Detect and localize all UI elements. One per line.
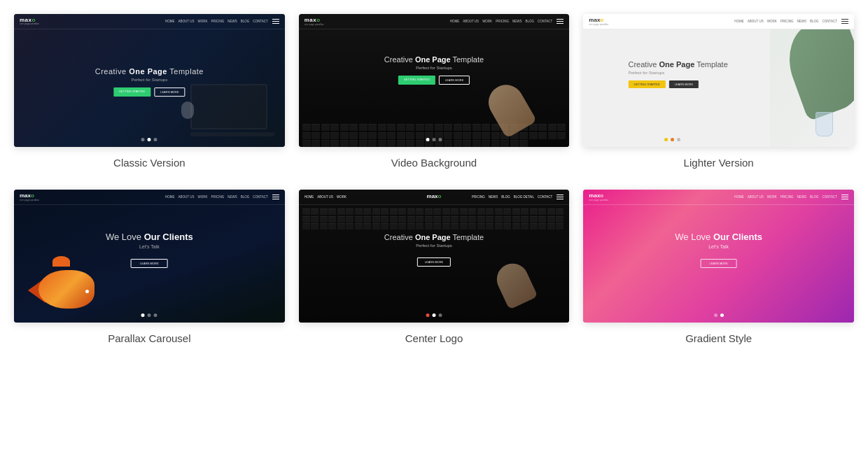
label-parallax: Parallax Carousel	[108, 332, 190, 344]
preview-nav-classic: maxo one page parallax HOMEABOUT USWORKP…	[14, 14, 285, 29]
hero-parallax: We Love Our Clients Let's Talk LEARN MOR…	[106, 232, 193, 268]
card-center[interactable]: HOMEABOUT USWORK maxo PRICINGNEWSBLOGBLO…	[299, 190, 570, 344]
label-center: Center Logo	[405, 332, 463, 344]
card-gradient[interactable]: maxo one page parallax HOMEABOUT USWORKP…	[583, 190, 854, 344]
hero-video: Creative One Page Template Perfect for S…	[384, 55, 484, 85]
theme-grid: maxo one page parallax HOMEABOUT USWORKP…	[14, 14, 854, 344]
card-classic[interactable]: maxo one page parallax HOMEABOUT USWORKP…	[14, 14, 285, 169]
preview-nav-lighter: maxo one page parallax HOMEABOUT USWORKP…	[583, 14, 854, 29]
dots-video	[426, 138, 442, 141]
hero-center: Creative One Page Template Perfect for S…	[384, 233, 484, 267]
fish-decoration	[28, 253, 98, 309]
label-lighter: Lighter Version	[684, 157, 754, 169]
preview-nav-center: HOMEABOUT USWORK maxo PRICINGNEWSBLOGBLO…	[299, 190, 570, 205]
hero-lighter: Creative One Page Template Perfect for S…	[629, 60, 728, 88]
dots-classic	[141, 138, 158, 141]
card-video[interactable]: maxo one page parallax HOMEABOUT USWORKP…	[299, 14, 570, 169]
card-lighter[interactable]: maxo one page parallax HOMEABOUT USWORKP…	[583, 14, 854, 169]
dots-parallax	[141, 313, 158, 317]
hero-classic: Creative One Page Template Perfect for S…	[95, 67, 204, 97]
dots-lighter	[664, 138, 680, 141]
plant-decoration	[770, 14, 854, 147]
label-gradient: Gradient Style	[685, 332, 752, 344]
hero-gradient: We Love Our Clients Let's Talk LEARN MOR…	[675, 232, 762, 268]
label-video: Video Background	[391, 157, 477, 169]
card-parallax[interactable]: maxo one page parallax HOMEABOUT USWORKP…	[14, 190, 285, 344]
preview-nav-gradient: maxo one page parallax HOMEABOUT USWORKP…	[583, 190, 854, 205]
preview-nav-video: maxo one page parallax HOMEABOUT USWORKP…	[299, 14, 570, 29]
label-classic: Classic Version	[113, 157, 186, 169]
dots-center	[426, 313, 442, 317]
preview-nav-parallax: maxo one page parallax HOMEABOUT USWORKP…	[14, 190, 285, 205]
dots-gradient	[714, 313, 724, 317]
